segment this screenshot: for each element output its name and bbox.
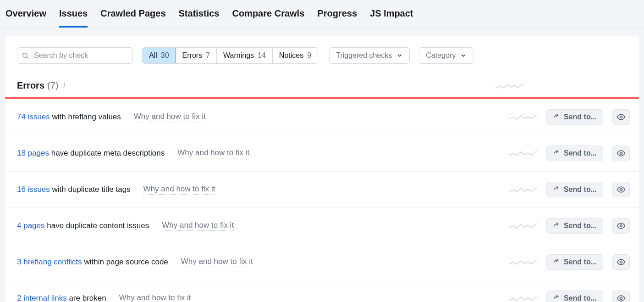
issue-suffix: with hreflang values — [50, 112, 121, 121]
issue-suffix: within page source code — [82, 257, 168, 266]
view-button[interactable] — [612, 109, 630, 125]
issue-row: 16 issues with duplicate title tags Why … — [5, 172, 639, 208]
sparkline-icon — [509, 149, 537, 157]
issue-suffix: with duplicate title tags — [50, 185, 131, 194]
svg-point-7 — [620, 297, 622, 300]
chevron-down-icon — [396, 52, 403, 59]
triggered-checks-dropdown[interactable]: Triggered checks — [329, 47, 410, 64]
issue-suffix: are broken — [67, 294, 106, 302]
chevron-down-icon — [460, 52, 467, 59]
fix-link[interactable]: Why and how to fix it — [181, 257, 253, 267]
view-button[interactable] — [612, 254, 630, 270]
send-to-button[interactable]: Send to... — [546, 109, 603, 125]
issue-link[interactable]: 74 issues — [17, 112, 50, 121]
dropdown-label: Category — [426, 51, 456, 60]
svg-point-6 — [620, 261, 622, 263]
send-to-button[interactable]: Send to... — [546, 218, 603, 234]
send-to-button[interactable]: Send to... — [546, 254, 603, 270]
filter-label: Errors — [182, 51, 203, 60]
share-arrow-icon — [553, 113, 560, 121]
tab-crawled-pages[interactable]: Crawled Pages — [100, 8, 165, 27]
info-icon[interactable]: i — [63, 82, 65, 89]
eye-icon — [616, 221, 626, 230]
sparkline-icon — [495, 82, 524, 90]
issue-text: 2 internal links are broken — [17, 294, 106, 302]
issue-link[interactable]: 3 hreflang conflicts — [17, 257, 82, 266]
dropdown-label: Triggered checks — [336, 51, 392, 60]
share-arrow-icon — [553, 222, 560, 229]
filter-label: Warnings — [223, 51, 254, 60]
send-to-label: Send to... — [564, 294, 597, 302]
send-to-label: Send to... — [564, 149, 597, 157]
svg-point-5 — [620, 225, 622, 227]
share-arrow-icon — [553, 295, 560, 302]
filter-count: 14 — [258, 51, 266, 60]
issue-suffix: have duplicate content issues — [45, 221, 149, 230]
issue-link[interactable]: 18 pages — [17, 149, 49, 157]
sparkline-icon — [509, 258, 537, 266]
send-to-button[interactable]: Send to... — [546, 182, 603, 197]
issue-link[interactable]: 2 internal links — [17, 294, 67, 302]
fix-link[interactable]: Why and how to fix it — [162, 221, 234, 231]
filter-errors[interactable]: Errors 7 — [176, 48, 216, 63]
fix-link[interactable]: Why and how to fix it — [119, 293, 191, 302]
view-button[interactable] — [612, 145, 630, 161]
fix-link[interactable]: Why and how to fix it — [177, 148, 249, 158]
eye-icon — [616, 257, 626, 267]
category-dropdown[interactable]: Category — [419, 47, 473, 64]
sparkline-icon — [509, 113, 537, 121]
send-to-label: Send to... — [564, 185, 597, 194]
view-button[interactable] — [612, 182, 630, 197]
filter-notices[interactable]: Notices 9 — [272, 48, 318, 63]
issue-text: 3 hreflang conflicts within page source … — [17, 257, 168, 267]
top-nav: Overview Issues Crawled Pages Statistics… — [0, 0, 644, 28]
eye-icon — [616, 112, 626, 122]
share-arrow-icon — [553, 258, 560, 266]
svg-point-2 — [620, 116, 622, 118]
search-wrap — [17, 47, 133, 64]
tab-overview[interactable]: Overview — [6, 8, 46, 27]
filter-segmented: All 30 Errors 7 Warnings 14 Notices 9 — [142, 47, 318, 64]
issue-row: 3 hreflang conflicts within page source … — [5, 244, 639, 280]
fix-link[interactable]: Why and how to fix it — [134, 112, 206, 122]
eye-icon — [616, 149, 626, 158]
sparkline-icon — [509, 185, 537, 194]
section-title: Errors — [17, 80, 44, 91]
section-header: Errors (7) i — [5, 70, 639, 97]
fix-link[interactable]: Why and how to fix it — [143, 185, 215, 195]
search-input[interactable] — [17, 47, 133, 64]
send-to-label: Send to... — [564, 222, 597, 230]
view-button[interactable] — [612, 218, 630, 234]
tab-js-impact[interactable]: JS Impact — [370, 8, 413, 27]
filter-label: Notices — [279, 51, 303, 60]
svg-line-1 — [27, 57, 28, 58]
send-to-button[interactable]: Send to... — [546, 145, 603, 161]
filter-label: All — [149, 51, 157, 60]
send-to-button[interactable]: Send to... — [546, 291, 603, 302]
tab-compare-crawls[interactable]: Compare Crawls — [232, 8, 304, 27]
issue-link[interactable]: 16 issues — [17, 185, 50, 194]
issue-text: 18 pages have duplicate meta description… — [17, 149, 165, 158]
issues-card: All 30 Errors 7 Warnings 14 Notices 9 Tr… — [5, 36, 639, 302]
filter-count: 30 — [161, 51, 169, 60]
share-arrow-icon — [553, 186, 560, 193]
sparkline-icon — [509, 222, 537, 230]
issue-suffix: have duplicate meta descriptions — [49, 149, 165, 157]
eye-icon — [616, 185, 626, 194]
issue-row: 2 internal links are broken Why and how … — [5, 280, 639, 302]
filter-warnings[interactable]: Warnings 14 — [216, 48, 272, 63]
filter-all[interactable]: All 30 — [142, 47, 176, 64]
share-arrow-icon — [553, 150, 560, 157]
issue-row: 18 pages have duplicate meta description… — [5, 135, 639, 172]
view-button[interactable] — [612, 291, 630, 302]
issues-list: 74 issues with hreflang values Why and h… — [5, 99, 639, 302]
tab-issues[interactable]: Issues — [59, 8, 88, 27]
eye-icon — [616, 294, 626, 302]
issue-link[interactable]: 4 pages — [17, 221, 45, 230]
tab-statistics[interactable]: Statistics — [179, 8, 220, 27]
svg-point-4 — [620, 189, 622, 191]
search-icon — [22, 52, 29, 59]
tab-progress[interactable]: Progress — [317, 8, 357, 27]
issue-row: 4 pages have duplicate content issues Wh… — [5, 208, 639, 244]
issue-text: 16 issues with duplicate title tags — [17, 185, 131, 194]
